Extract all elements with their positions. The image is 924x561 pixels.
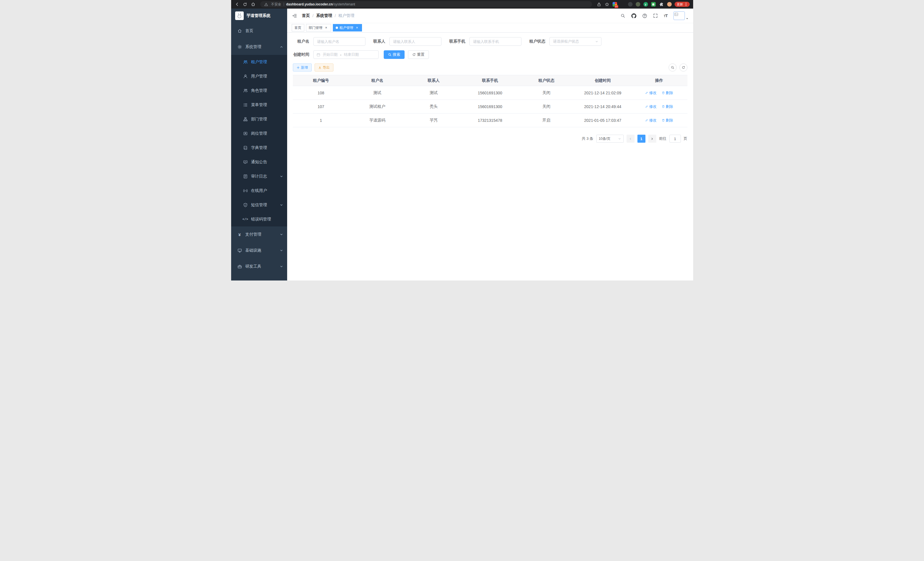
- logo[interactable]: 芋道管理系统: [231, 9, 287, 23]
- tab-dept[interactable]: 部门管理 ×: [306, 24, 331, 32]
- phone-input[interactable]: [470, 37, 521, 46]
- breadcrumb-home[interactable]: 首页: [302, 13, 310, 18]
- sidebar-item-menu[interactable]: 菜单管理: [231, 98, 287, 112]
- sidebar-toggle-icon[interactable]: [292, 13, 297, 19]
- cell-tenant-id: 1: [293, 114, 349, 127]
- export-button-label: 导出: [323, 65, 330, 70]
- contact-input[interactable]: [389, 37, 441, 46]
- home-icon[interactable]: [250, 2, 256, 7]
- shield-icon: [243, 203, 248, 207]
- close-icon[interactable]: ×: [355, 26, 359, 30]
- sidebar-item-label: 短信管理: [251, 202, 267, 208]
- close-icon[interactable]: ×: [324, 26, 328, 30]
- edit-link[interactable]: 修改: [645, 104, 657, 109]
- share-icon[interactable]: [597, 2, 602, 7]
- date-range-picker[interactable]: 开始日期 - 结束日期: [314, 50, 379, 59]
- table-row: 1 芋道源码 芋艿 17321315478 开启 2021-01-05 17:0…: [293, 114, 687, 127]
- extension-dark-circle-icon[interactable]: [628, 2, 633, 7]
- reset-button[interactable]: 重置: [408, 50, 429, 59]
- goto-suffix: 页: [684, 136, 687, 141]
- user-avatar[interactable]: [674, 11, 688, 20]
- pagination: 共 3 条 10条/页 1 前往 页: [293, 135, 687, 143]
- filter-phone: 联系手机: [449, 37, 521, 46]
- sidebar-item-infrastructure[interactable]: 基础设施: [231, 242, 287, 259]
- breadcrumb: 首页 / 系统管理 / 租户管理: [302, 13, 355, 18]
- tenant-people-icon: [243, 60, 248, 64]
- sidebar-item-label: 租户管理: [251, 59, 267, 65]
- page-size-select[interactable]: 10条/页: [596, 135, 624, 143]
- tab-home[interactable]: 首页: [292, 24, 304, 32]
- delete-link[interactable]: 删除: [662, 104, 673, 109]
- cell-phone: 15601691300: [462, 86, 518, 100]
- search-button[interactable]: 搜索: [384, 50, 405, 59]
- trash-icon: [662, 119, 665, 122]
- start-date-placeholder: 开始日期: [323, 52, 338, 57]
- back-icon[interactable]: [235, 2, 240, 7]
- extension-olive-circle-icon[interactable]: [636, 2, 640, 7]
- delete-link[interactable]: 删除: [662, 90, 673, 96]
- table-toolbar: 新增 导出: [293, 63, 687, 71]
- sidebar-item-error-code[interactable]: </> 错误码管理: [231, 212, 287, 226]
- cell-created: 2021-12-14 21:02:09: [574, 86, 631, 100]
- refresh-table-button[interactable]: [680, 63, 687, 71]
- user-icon: [243, 74, 248, 79]
- breadcrumb-system[interactable]: 系统管理: [316, 13, 332, 18]
- address-bar[interactable]: 不安全 dashboard.yudao.iocoder.cn/system/te…: [260, 1, 592, 8]
- goto-page-input[interactable]: [669, 135, 681, 143]
- github-icon[interactable]: [631, 13, 636, 18]
- font-size-icon[interactable]: TT: [664, 13, 668, 18]
- org-tree-icon: [243, 117, 248, 122]
- export-button[interactable]: 导出: [315, 63, 333, 71]
- col-status: 租户状态: [518, 75, 574, 86]
- sidebar-item-home[interactable]: 首页: [231, 23, 287, 39]
- sidebar-item-dept[interactable]: 部门管理: [231, 112, 287, 126]
- sidebar-item-online-user[interactable]: 在线用户: [231, 183, 287, 198]
- header-search-icon[interactable]: [620, 13, 626, 18]
- sidebar-item-tenant[interactable]: 租户管理: [231, 55, 287, 69]
- sidebar-item-sms[interactable]: 短信管理: [231, 198, 287, 212]
- next-page-button[interactable]: [648, 135, 656, 143]
- extension-green-square-icon[interactable]: [651, 2, 656, 7]
- sidebar-item-label: 研发工具: [245, 264, 261, 269]
- create-time-label: 创建时间: [293, 52, 309, 57]
- trash-icon: [662, 91, 665, 94]
- edit-link[interactable]: 修改: [645, 90, 657, 96]
- extension-raindrop-icon[interactable]: [620, 2, 625, 7]
- status-select[interactable]: 请选择租户状态: [549, 37, 602, 46]
- tab-tenant[interactable]: 租户管理 ×: [333, 24, 362, 32]
- sidebar-item-user[interactable]: 用户管理: [231, 69, 287, 83]
- plus-icon: [297, 66, 300, 69]
- tab-label: 首页: [295, 26, 302, 30]
- sidebar-item-system[interactable]: 系统管理: [231, 39, 287, 55]
- reset-button-label: 重置: [417, 52, 424, 57]
- update-button[interactable]: 更新: [675, 2, 690, 7]
- url-text[interactable]: dashboard.yudao.iocoder.cn/system/tenant: [286, 2, 355, 6]
- cell-created: 2021-01-05 17:03:47: [574, 114, 631, 127]
- bookmark-star-icon[interactable]: [604, 2, 610, 7]
- sidebar-item-post[interactable]: 岗位管理: [231, 126, 287, 141]
- filter-create-time: 创建时间 开始日期 - 结束日期: [293, 50, 379, 59]
- sidebar-item-dict[interactable]: 字典管理: [231, 141, 287, 155]
- page-number-1[interactable]: 1: [638, 135, 645, 143]
- sidebar-item-notice[interactable]: 通知公告: [231, 155, 287, 169]
- extensions-puzzle-icon[interactable]: [659, 2, 664, 7]
- sidebar-item-role[interactable]: 角色管理: [231, 83, 287, 98]
- delete-link[interactable]: 删除: [662, 118, 673, 123]
- edit-link[interactable]: 修改: [645, 118, 657, 123]
- toggle-search-button[interactable]: [669, 63, 676, 71]
- prev-page-button[interactable]: [627, 135, 634, 143]
- extension-colorful-icon[interactable]: 10: [613, 2, 617, 7]
- cell-actions: 修改 删除: [631, 100, 687, 114]
- extension-green-circle-icon[interactable]: y: [644, 2, 648, 7]
- reload-icon[interactable]: [243, 2, 248, 7]
- warning-icon: [264, 2, 269, 7]
- sidebar-item-audit-log[interactable]: 审计日志: [231, 169, 287, 183]
- add-button[interactable]: 新增: [293, 63, 312, 71]
- tenant-name-input[interactable]: [314, 37, 365, 46]
- sidebar-item-dev-tools[interactable]: 研发工具: [231, 259, 287, 274]
- sidebar-item-payment[interactable]: ¥ 支付管理: [231, 226, 287, 242]
- help-icon[interactable]: [642, 13, 647, 18]
- browser-profile-avatar[interactable]: [667, 2, 672, 7]
- fullscreen-icon[interactable]: [653, 13, 658, 18]
- security-label[interactable]: 不安全: [271, 2, 281, 7]
